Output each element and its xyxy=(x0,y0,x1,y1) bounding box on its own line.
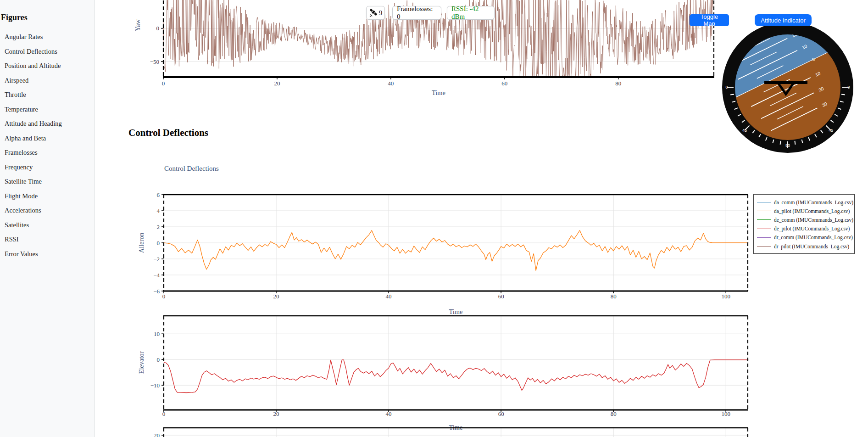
sidebar-item-angular-rates[interactable]: Angular Rates xyxy=(0,30,94,45)
rssi-badge: RSSI: -42 dBm xyxy=(447,6,495,20)
y-tick-label: 6 xyxy=(157,191,160,198)
rssi-value: RSSI: -42 dBm xyxy=(451,5,490,21)
x-axis-label: Time xyxy=(449,308,462,315)
x-tick-label: 80 xyxy=(615,80,621,87)
plot-border xyxy=(163,195,748,291)
axes-labels: 020406080100100−10TimeElevator xyxy=(138,331,730,431)
sidebar-item-satellites[interactable]: Satellites xyxy=(0,218,94,233)
legend-entry-label: dr_comm (IMUCommands_Log.csv) xyxy=(774,235,853,240)
roll-scale-label: 45 xyxy=(742,128,747,133)
legend-entry-label: de_comm (IMUCommands_Log.csv) xyxy=(774,217,853,223)
x-tick-label: 60 xyxy=(498,293,504,300)
gridlines xyxy=(163,28,714,62)
sidebar-item-attitude-and-heading[interactable]: Attitude and Heading xyxy=(0,117,94,131)
x-tick-label: 40 xyxy=(386,410,392,417)
satellite-count-badge: 9 xyxy=(366,6,385,20)
y-axis-label: Yaw xyxy=(134,19,141,31)
x-tick-label: 40 xyxy=(386,293,392,300)
x-axis-label: Time xyxy=(432,89,445,96)
toggle-map-button[interactable]: Toggle Map xyxy=(690,14,729,26)
aileron-plot: 0204060801006420−2−4−6TimeAileron xyxy=(138,191,748,316)
attitude-horizon: 3020100102030 xyxy=(719,17,858,156)
series-de_pilot xyxy=(164,360,748,393)
x-tick-label: 100 xyxy=(721,293,730,300)
gridlines xyxy=(164,316,748,410)
x-tick-label: 60 xyxy=(501,80,507,87)
x-tick-label: 20 xyxy=(273,410,279,417)
satellite-count: 9 xyxy=(379,9,383,17)
sidebar-item-airspeed[interactable]: Airspeed xyxy=(0,73,94,88)
legend-entry: dr_comm (IMUCommands_Log.csv) xyxy=(757,233,852,242)
y-tick-label: −6 xyxy=(153,288,160,295)
series-group xyxy=(164,230,748,271)
sidebar-item-accelerations[interactable]: Accelerations xyxy=(0,203,94,218)
legend-entry-label: dr_pilot (IMUCommands_Log.csv) xyxy=(774,244,849,249)
framelosses-value: Framelosses: 0 xyxy=(397,5,437,21)
flight-log-dashboard: Figures Angular RatesControl Deflections… xyxy=(0,0,868,437)
plot-border xyxy=(163,316,748,410)
series-group xyxy=(164,360,748,393)
section-heading: Control Deflections xyxy=(128,127,208,139)
sidebar-title: Figures xyxy=(1,13,94,22)
x-tick-label: 100 xyxy=(721,410,730,417)
x-tick-label: 80 xyxy=(611,410,617,417)
x-tick-label: 0 xyxy=(162,80,165,87)
chart-title: Control Deflections xyxy=(164,165,219,173)
roll-scale-label: 0 xyxy=(725,85,728,90)
x-tick-label: 0 xyxy=(162,410,166,417)
y-axis-label: Elevator xyxy=(138,351,145,374)
legend-entry: da_pilot (IMUCommands_Log.csv) xyxy=(757,207,852,215)
elevator-plot: 020406080100100−10TimeElevator xyxy=(138,316,748,431)
sidebar-item-framelosses[interactable]: Framelosses xyxy=(0,146,94,160)
y-axis-label: Aileron xyxy=(138,232,145,253)
legend-line-swatch xyxy=(757,229,771,229)
sidebar-item-rssi[interactable]: RSSI xyxy=(0,232,94,247)
y-tick-label: 4 xyxy=(157,207,160,214)
sidebar-item-error-values[interactable]: Error Values xyxy=(0,247,94,262)
legend-entry: de_pilot (IMUCommands_Log.csv) xyxy=(757,224,852,233)
axes-labels: 20 xyxy=(154,432,164,437)
x-tick-label: 80 xyxy=(611,293,617,300)
x-tick-label: 40 xyxy=(388,80,394,87)
attitude-indicator-instrument: 302010010203004590450 xyxy=(719,17,858,156)
roll-scale-label: 90 xyxy=(785,143,790,148)
legend-entry: de_comm (IMUCommands_Log.csv) xyxy=(757,215,852,224)
y-tick-label: −10 xyxy=(150,382,160,389)
y-tick-label: 10 xyxy=(154,331,160,337)
roll-scale-label: 0 xyxy=(847,85,850,90)
y-tick-label: 2 xyxy=(157,224,160,230)
x-tick-label: 0 xyxy=(162,293,166,300)
y-tick-label: 0 xyxy=(157,356,160,363)
sidebar-item-list: Angular RatesControl DeflectionsPosition… xyxy=(0,30,94,261)
sidebar-item-satellite-time[interactable]: Satellite Time xyxy=(0,174,94,189)
y-tick-label: −50 xyxy=(150,58,159,65)
legend-entry: da_comm (IMUCommands_Log.csv) xyxy=(757,198,852,207)
roll-scale-label: 45 xyxy=(829,128,833,133)
legend-entry: dr_pilot (IMUCommands_Log.csv) xyxy=(757,242,852,251)
legend-entry-label: de_pilot (IMUCommands_Log.csv) xyxy=(774,226,850,231)
x-tick-label: 60 xyxy=(498,410,504,417)
legend-line-swatch xyxy=(757,202,771,202)
legend-line-swatch xyxy=(757,219,771,220)
chart-legend: da_comm (IMUCommands_Log.csv)da_pilot (I… xyxy=(753,194,855,254)
y-tick-label: 0 xyxy=(156,25,160,32)
sidebar-item-flight-mode[interactable]: Flight Mode xyxy=(0,189,94,204)
sidebar-item-alpha-and-beta[interactable]: Alpha and Beta xyxy=(0,131,94,146)
legend-entry-label: da_comm (IMUCommands_Log.csv) xyxy=(774,200,853,205)
sidebar-item-control-deflections[interactable]: Control Deflections xyxy=(0,45,94,59)
sidebar-item-throttle[interactable]: Throttle xyxy=(0,88,94,102)
satellite-icon xyxy=(369,8,378,18)
sidebar-item-position-and-altitude[interactable]: Position and Altitude xyxy=(0,59,94,73)
sidebar-item-temperature[interactable]: Temperature xyxy=(0,102,94,117)
legend-entry-label: da_pilot (IMUCommands_Log.csv) xyxy=(774,208,850,214)
series-da_pilot xyxy=(164,230,748,271)
y-tick-label: 0 xyxy=(157,240,160,247)
axes-labels: 0204060800−50TimeYaw xyxy=(134,19,621,96)
figures-sidebar: Figures Angular RatesControl Deflections… xyxy=(0,0,95,437)
sidebar-item-frequency[interactable]: Frequency xyxy=(0,160,94,175)
attitude-indicator-button[interactable]: Attitude Indicator xyxy=(755,14,812,26)
plot-border xyxy=(163,428,748,437)
legend-line-swatch xyxy=(757,211,771,211)
y-tick-label: −4 xyxy=(153,272,160,279)
y-tick-label: −2 xyxy=(153,256,160,263)
